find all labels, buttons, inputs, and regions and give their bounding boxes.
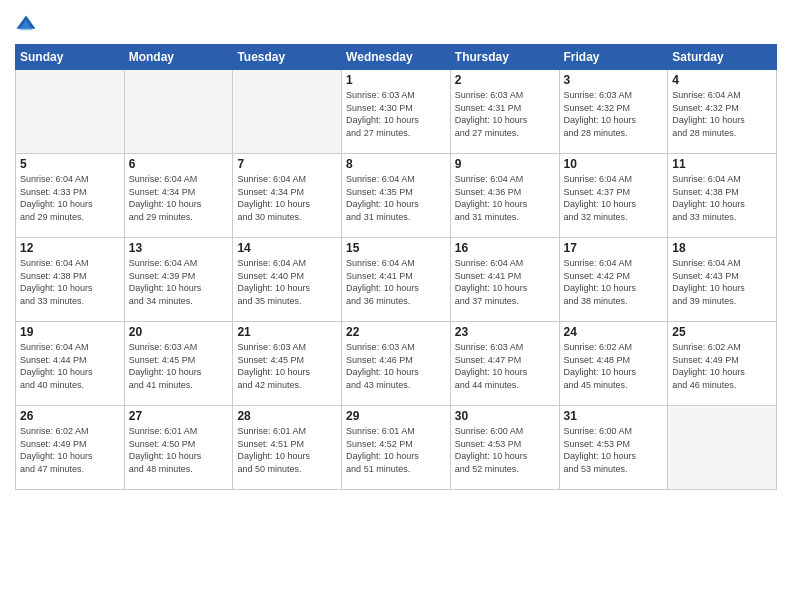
calendar-cell: 9Sunrise: 6:04 AM Sunset: 4:36 PM Daylig…	[450, 154, 559, 238]
calendar-cell: 4Sunrise: 6:04 AM Sunset: 4:32 PM Daylig…	[668, 70, 777, 154]
day-number: 9	[455, 157, 555, 171]
day-info: Sunrise: 6:03 AM Sunset: 4:46 PM Dayligh…	[346, 341, 446, 391]
day-info: Sunrise: 6:03 AM Sunset: 4:45 PM Dayligh…	[129, 341, 229, 391]
calendar-cell: 5Sunrise: 6:04 AM Sunset: 4:33 PM Daylig…	[16, 154, 125, 238]
day-info: Sunrise: 6:04 AM Sunset: 4:36 PM Dayligh…	[455, 173, 555, 223]
day-info: Sunrise: 6:01 AM Sunset: 4:50 PM Dayligh…	[129, 425, 229, 475]
calendar-cell: 6Sunrise: 6:04 AM Sunset: 4:34 PM Daylig…	[124, 154, 233, 238]
day-number: 18	[672, 241, 772, 255]
day-number: 4	[672, 73, 772, 87]
day-number: 8	[346, 157, 446, 171]
day-info: Sunrise: 6:04 AM Sunset: 4:38 PM Dayligh…	[672, 173, 772, 223]
calendar-cell: 7Sunrise: 6:04 AM Sunset: 4:34 PM Daylig…	[233, 154, 342, 238]
day-info: Sunrise: 6:04 AM Sunset: 4:34 PM Dayligh…	[129, 173, 229, 223]
day-number: 6	[129, 157, 229, 171]
calendar-cell: 16Sunrise: 6:04 AM Sunset: 4:41 PM Dayli…	[450, 238, 559, 322]
day-number: 23	[455, 325, 555, 339]
calendar-cell: 19Sunrise: 6:04 AM Sunset: 4:44 PM Dayli…	[16, 322, 125, 406]
day-info: Sunrise: 6:03 AM Sunset: 4:30 PM Dayligh…	[346, 89, 446, 139]
calendar-cell: 8Sunrise: 6:04 AM Sunset: 4:35 PM Daylig…	[342, 154, 451, 238]
day-info: Sunrise: 6:00 AM Sunset: 4:53 PM Dayligh…	[564, 425, 664, 475]
day-number: 11	[672, 157, 772, 171]
day-number: 10	[564, 157, 664, 171]
col-header-thursday: Thursday	[450, 45, 559, 70]
day-info: Sunrise: 6:04 AM Sunset: 4:37 PM Dayligh…	[564, 173, 664, 223]
day-number: 12	[20, 241, 120, 255]
calendar-week-row: 26Sunrise: 6:02 AM Sunset: 4:49 PM Dayli…	[16, 406, 777, 490]
day-info: Sunrise: 6:04 AM Sunset: 4:33 PM Dayligh…	[20, 173, 120, 223]
page-container: SundayMondayTuesdayWednesdayThursdayFrid…	[0, 0, 792, 500]
day-number: 16	[455, 241, 555, 255]
day-info: Sunrise: 6:04 AM Sunset: 4:35 PM Dayligh…	[346, 173, 446, 223]
calendar-cell: 15Sunrise: 6:04 AM Sunset: 4:41 PM Dayli…	[342, 238, 451, 322]
calendar-cell	[124, 70, 233, 154]
day-number: 31	[564, 409, 664, 423]
calendar-cell: 2Sunrise: 6:03 AM Sunset: 4:31 PM Daylig…	[450, 70, 559, 154]
day-number: 5	[20, 157, 120, 171]
calendar-table: SundayMondayTuesdayWednesdayThursdayFrid…	[15, 44, 777, 490]
calendar-cell: 28Sunrise: 6:01 AM Sunset: 4:51 PM Dayli…	[233, 406, 342, 490]
day-number: 24	[564, 325, 664, 339]
day-info: Sunrise: 6:03 AM Sunset: 4:31 PM Dayligh…	[455, 89, 555, 139]
day-number: 20	[129, 325, 229, 339]
day-number: 17	[564, 241, 664, 255]
day-number: 27	[129, 409, 229, 423]
calendar-cell: 26Sunrise: 6:02 AM Sunset: 4:49 PM Dayli…	[16, 406, 125, 490]
day-info: Sunrise: 6:04 AM Sunset: 4:41 PM Dayligh…	[455, 257, 555, 307]
day-number: 2	[455, 73, 555, 87]
day-number: 29	[346, 409, 446, 423]
day-number: 14	[237, 241, 337, 255]
calendar-cell: 12Sunrise: 6:04 AM Sunset: 4:38 PM Dayli…	[16, 238, 125, 322]
day-info: Sunrise: 6:04 AM Sunset: 4:34 PM Dayligh…	[237, 173, 337, 223]
day-number: 21	[237, 325, 337, 339]
day-info: Sunrise: 6:04 AM Sunset: 4:41 PM Dayligh…	[346, 257, 446, 307]
day-info: Sunrise: 6:03 AM Sunset: 4:45 PM Dayligh…	[237, 341, 337, 391]
day-info: Sunrise: 6:04 AM Sunset: 4:44 PM Dayligh…	[20, 341, 120, 391]
day-info: Sunrise: 6:02 AM Sunset: 4:49 PM Dayligh…	[672, 341, 772, 391]
calendar-cell: 31Sunrise: 6:00 AM Sunset: 4:53 PM Dayli…	[559, 406, 668, 490]
col-header-saturday: Saturday	[668, 45, 777, 70]
day-info: Sunrise: 6:01 AM Sunset: 4:51 PM Dayligh…	[237, 425, 337, 475]
day-info: Sunrise: 6:04 AM Sunset: 4:40 PM Dayligh…	[237, 257, 337, 307]
day-info: Sunrise: 6:04 AM Sunset: 4:42 PM Dayligh…	[564, 257, 664, 307]
logo-icon	[15, 14, 37, 36]
day-info: Sunrise: 6:04 AM Sunset: 4:32 PM Dayligh…	[672, 89, 772, 139]
calendar-cell: 10Sunrise: 6:04 AM Sunset: 4:37 PM Dayli…	[559, 154, 668, 238]
col-header-monday: Monday	[124, 45, 233, 70]
calendar-cell: 25Sunrise: 6:02 AM Sunset: 4:49 PM Dayli…	[668, 322, 777, 406]
day-info: Sunrise: 6:04 AM Sunset: 4:39 PM Dayligh…	[129, 257, 229, 307]
calendar-week-row: 19Sunrise: 6:04 AM Sunset: 4:44 PM Dayli…	[16, 322, 777, 406]
calendar-cell: 30Sunrise: 6:00 AM Sunset: 4:53 PM Dayli…	[450, 406, 559, 490]
day-info: Sunrise: 6:02 AM Sunset: 4:48 PM Dayligh…	[564, 341, 664, 391]
calendar-week-row: 1Sunrise: 6:03 AM Sunset: 4:30 PM Daylig…	[16, 70, 777, 154]
calendar-cell: 11Sunrise: 6:04 AM Sunset: 4:38 PM Dayli…	[668, 154, 777, 238]
day-number: 28	[237, 409, 337, 423]
day-number: 30	[455, 409, 555, 423]
day-number: 15	[346, 241, 446, 255]
calendar-cell: 1Sunrise: 6:03 AM Sunset: 4:30 PM Daylig…	[342, 70, 451, 154]
calendar-header-row: SundayMondayTuesdayWednesdayThursdayFrid…	[16, 45, 777, 70]
day-number: 25	[672, 325, 772, 339]
calendar-cell: 22Sunrise: 6:03 AM Sunset: 4:46 PM Dayli…	[342, 322, 451, 406]
header	[15, 10, 777, 36]
day-number: 1	[346, 73, 446, 87]
logo	[15, 14, 40, 36]
day-number: 26	[20, 409, 120, 423]
day-number: 3	[564, 73, 664, 87]
calendar-week-row: 5Sunrise: 6:04 AM Sunset: 4:33 PM Daylig…	[16, 154, 777, 238]
day-info: Sunrise: 6:02 AM Sunset: 4:49 PM Dayligh…	[20, 425, 120, 475]
calendar-cell	[233, 70, 342, 154]
calendar-cell: 29Sunrise: 6:01 AM Sunset: 4:52 PM Dayli…	[342, 406, 451, 490]
col-header-tuesday: Tuesday	[233, 45, 342, 70]
day-number: 13	[129, 241, 229, 255]
col-header-friday: Friday	[559, 45, 668, 70]
col-header-wednesday: Wednesday	[342, 45, 451, 70]
day-info: Sunrise: 6:03 AM Sunset: 4:47 PM Dayligh…	[455, 341, 555, 391]
col-header-sunday: Sunday	[16, 45, 125, 70]
calendar-cell: 23Sunrise: 6:03 AM Sunset: 4:47 PM Dayli…	[450, 322, 559, 406]
calendar-cell: 18Sunrise: 6:04 AM Sunset: 4:43 PM Dayli…	[668, 238, 777, 322]
day-info: Sunrise: 6:04 AM Sunset: 4:43 PM Dayligh…	[672, 257, 772, 307]
calendar-week-row: 12Sunrise: 6:04 AM Sunset: 4:38 PM Dayli…	[16, 238, 777, 322]
day-info: Sunrise: 6:03 AM Sunset: 4:32 PM Dayligh…	[564, 89, 664, 139]
day-info: Sunrise: 6:01 AM Sunset: 4:52 PM Dayligh…	[346, 425, 446, 475]
